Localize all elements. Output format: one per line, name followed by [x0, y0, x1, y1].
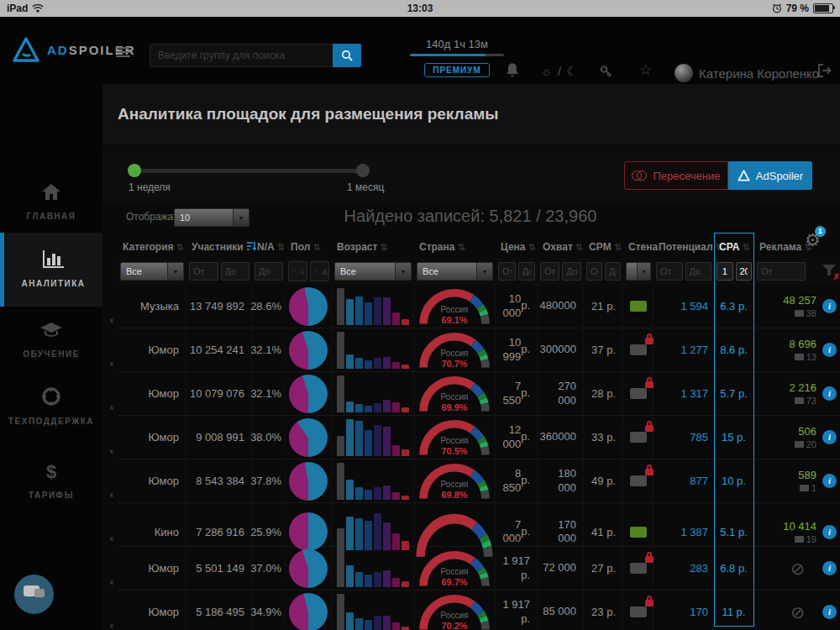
column-header-Участники[interactable]: Участники: [186, 241, 252, 254]
filter-ads-from[interactable]: [757, 262, 806, 281]
column-header-Категория[interactable]: Категория⇅: [118, 241, 186, 253]
cell-age-bars: [332, 372, 414, 415]
cell-gender-pie: [286, 591, 332, 630]
ads-count-value: 2 216: [789, 381, 816, 394]
sort-icon[interactable]: ⇅: [312, 242, 320, 253]
filter-potential-to[interactable]: [685, 262, 712, 281]
column-header-Потенциал[interactable]: Потенциал⇅: [654, 241, 714, 253]
filter-wall-select[interactable]: ▼: [626, 262, 651, 281]
user-name[interactable]: Катерина Короленко: [699, 66, 819, 81]
period-slider-handle-min[interactable]: [128, 164, 141, 177]
column-header-CPM[interactable]: CPM⇅: [584, 241, 623, 253]
reset-filters-button[interactable]: ✗: [822, 265, 837, 278]
sidebar-item-5[interactable]: $ТАРИФЫ: [0, 461, 102, 500]
period-slider-handle-max[interactable]: [356, 164, 370, 177]
notifications-bell-icon[interactable]: [505, 62, 520, 78]
column-header-Реклама[interactable]: Реклама⇅: [754, 241, 840, 253]
column-header-N/A[interactable]: N/A⇅: [252, 241, 286, 253]
lock-icon: [645, 469, 654, 475]
table-row[interactable]: кМузыка13 749 89228.6%Россия69.1%10 000р…: [118, 285, 840, 328]
table-row[interactable]: кЮмор10 079 07632.1%Россия69.9%7 550р.27…: [118, 372, 840, 416]
table-row[interactable]: кКино7 286 91625.9%7 000р.170 00041 р.1 …: [118, 503, 840, 547]
filter-country-select[interactable]: Все▼: [417, 262, 493, 281]
sort-icon[interactable]: ⇅: [614, 242, 622, 253]
filter-cpm-to[interactable]: [605, 262, 621, 281]
sort-icon[interactable]: ⇅: [575, 242, 583, 253]
filter-age-select[interactable]: Все▼: [334, 262, 412, 281]
education-icon: [0, 322, 102, 342]
display-per-select[interactable]: 10▼: [174, 208, 249, 227]
row-info-button[interactable]: i: [822, 343, 837, 357]
filter-gender-male[interactable]: ♂, с: [288, 261, 307, 281]
filter-price-from[interactable]: [498, 262, 516, 281]
filter-potential-from[interactable]: [656, 262, 683, 281]
cell-category: Юмор: [118, 328, 186, 371]
table-row[interactable]: кЮмор5 501 14937.0%Россия69.7%1 917 р.72…: [118, 547, 840, 591]
sort-icon[interactable]: ⇅: [277, 242, 285, 253]
user-avatar[interactable]: [675, 64, 693, 82]
cell-category: Юмор: [118, 372, 186, 415]
row-info-button[interactable]: i: [822, 474, 837, 488]
filter-cpa-from[interactable]: [717, 262, 733, 281]
intersection-button[interactable]: Пересечение: [624, 161, 728, 190]
column-header-Цена[interactable]: Цена⇅: [496, 241, 538, 253]
sort-icon[interactable]: ⇅: [457, 242, 465, 253]
column-header-CPA[interactable]: CPA⇅: [714, 241, 754, 253]
period-slider[interactable]: [134, 169, 363, 173]
table-row[interactable]: кЮмор9 008 99138.0%Россия70.5%12 000р.36…: [118, 416, 840, 459]
menu-toggle-icon[interactable]: [116, 45, 130, 60]
sort-icon[interactable]: ⇅: [176, 242, 184, 253]
table-row[interactable]: кЮмор10 254 24132.1%Россия70.7%10 999р.3…: [118, 328, 840, 372]
settings-badge: 1: [815, 226, 826, 237]
adspoiler-mode-button[interactable]: AdSpoiler: [728, 161, 812, 190]
filter-reach-to[interactable]: [562, 262, 581, 281]
filter-category-select[interactable]: Все▼: [120, 262, 184, 281]
row-info-button[interactable]: i: [822, 386, 837, 401]
chat-fab-button[interactable]: [14, 575, 54, 614]
column-header-Стена[interactable]: Стена: [623, 241, 654, 253]
row-info-button[interactable]: i: [822, 430, 837, 444]
analytics-table: Категория⇅УчастникиN/A⇅Пол⇅Возраст⇅Стран…: [118, 236, 840, 630]
cell-category: Музыка: [118, 285, 186, 328]
column-header-Пол[interactable]: Пол⇅: [286, 241, 332, 253]
ads-count-value: 10 414: [783, 520, 816, 533]
row-edge-mark: к: [110, 622, 113, 630]
theme-toggle-icon[interactable]: ☼ / ☾: [541, 64, 579, 79]
logout-icon[interactable]: [817, 64, 832, 77]
table-row[interactable]: кЮмор8 543 38437.8%Россия69.8%8 850р.180…: [118, 459, 840, 503]
row-edge-mark: к: [110, 578, 113, 586]
filter-members-from[interactable]: [189, 262, 218, 281]
column-header-Страна[interactable]: Страна⇅: [414, 241, 496, 253]
search-button[interactable]: [333, 44, 361, 67]
filter-gender-female[interactable]: ♂, д: [310, 261, 329, 281]
row-info-button[interactable]: i: [822, 525, 837, 539]
sort-icon[interactable]: ⇅: [528, 242, 536, 253]
age-bar-chart: [337, 375, 409, 412]
column-header-Возраст[interactable]: Возраст⇅: [332, 241, 414, 253]
sort-icon[interactable]: ⇅: [742, 242, 749, 253]
table-row[interactable]: кЮмор5 186 49534.9%Россия70.2%1 917 р.85…: [118, 591, 840, 630]
sidebar-item-1[interactable]: ГЛАВНАЯ: [0, 183, 102, 221]
row-info-button[interactable]: i: [822, 605, 837, 619]
filter-na-to[interactable]: [255, 262, 283, 281]
age-bar: [392, 312, 400, 325]
filter-reach-from[interactable]: [540, 262, 559, 281]
row-info-button[interactable]: i: [822, 561, 837, 575]
row-info-button[interactable]: i: [822, 299, 837, 313]
filter-members-to[interactable]: [221, 262, 250, 281]
home-icon: [0, 183, 102, 204]
column-settings-button[interactable]: ⚙ 1: [805, 230, 821, 250]
age-bar: [365, 430, 372, 456]
sidebar-item-2[interactable]: АНАЛИТИКА: [0, 233, 102, 307]
filter-cpa-to[interactable]: [736, 262, 753, 281]
filter-price-to[interactable]: [518, 262, 536, 281]
sidebar-item-3[interactable]: ОБУЧЕНИЕ: [0, 322, 102, 359]
favorites-star-icon[interactable]: ☆: [639, 61, 652, 79]
age-bar: [346, 612, 354, 630]
search-input[interactable]: [150, 44, 333, 67]
sort-icon[interactable]: ⇅: [380, 242, 387, 253]
api-key-icon[interactable]: [598, 63, 615, 80]
sidebar-item-4[interactable]: ТЕХПОДДЕРЖКА: [0, 387, 102, 426]
filter-cpm-from[interactable]: [586, 262, 602, 281]
column-header-Охват[interactable]: Охват⇅: [538, 241, 584, 253]
